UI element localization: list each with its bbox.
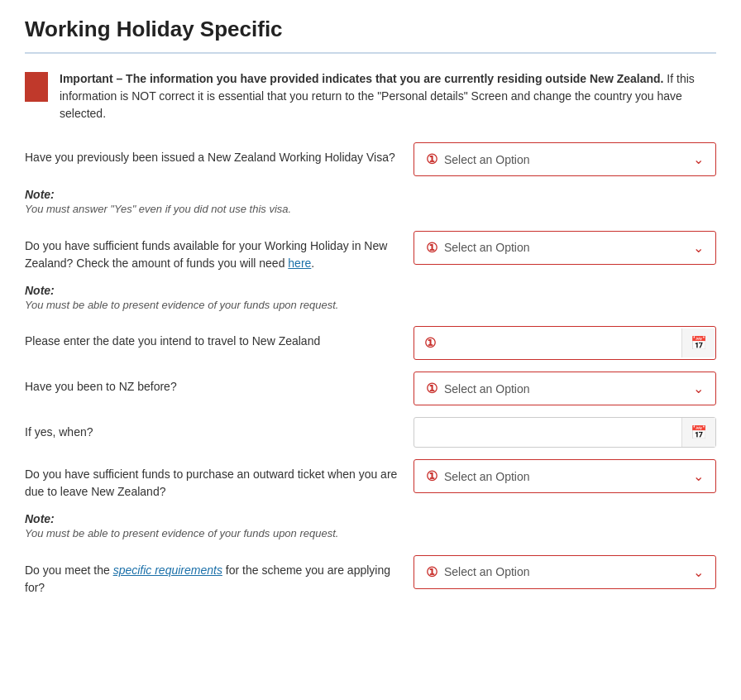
- q1-select-button[interactable]: ① Select an Option ⌄: [414, 142, 716, 176]
- question-row-5: If yes, when? 📅: [25, 417, 716, 448]
- q7-chevron-icon: ⌄: [693, 564, 704, 580]
- q6-chevron-icon: ⌄: [693, 468, 704, 484]
- q6-label: Do you have sufficient funds to purchase…: [25, 459, 405, 501]
- q5-calendar-icon: 📅: [691, 425, 707, 439]
- q2-control: ① Select an Option ⌄: [414, 231, 716, 265]
- q5-label: If yes, when?: [25, 417, 405, 441]
- q7-label: Do you meet the specific requirements fo…: [25, 555, 405, 597]
- q5-calendar-button[interactable]: 📅: [681, 418, 715, 447]
- q6-warning-icon: ①: [426, 468, 437, 484]
- q4-select-wrapper: ① Select an Option ⌄: [414, 372, 716, 405]
- q2-here-link[interactable]: here: [288, 257, 311, 270]
- q4-control: ① Select an Option ⌄: [414, 372, 716, 405]
- q3-date-wrapper: ① 📅: [414, 326, 716, 360]
- q7-select-label: Select an Option: [444, 565, 530, 578]
- question-row-4: Have you been to NZ before? ① Select an …: [25, 372, 716, 405]
- q7-specific-requirements-link[interactable]: specific requirements: [113, 563, 222, 577]
- q4-label: Have you been to NZ before?: [25, 372, 405, 396]
- q2-warning-icon: ①: [426, 240, 437, 256]
- alert-icon: [25, 72, 48, 102]
- q5-input-inner: [414, 424, 681, 441]
- alert-text: Important – The information you have pro…: [60, 70, 716, 122]
- q1-control: ① Select an Option ⌄: [414, 142, 716, 176]
- page-container: Working Holiday Specific Important – The…: [0, 0, 741, 641]
- q2-note-label: Note:: [25, 284, 716, 297]
- q1-chevron-icon: ⌄: [693, 151, 704, 167]
- q1-note-label: Note:: [25, 188, 716, 201]
- q3-calendar-icon: 📅: [691, 336, 707, 350]
- q4-warning-icon: ①: [426, 381, 437, 396]
- q2-select-wrapper: ① Select an Option ⌄: [414, 231, 716, 265]
- question-row-3: Please enter the date you intend to trav…: [25, 326, 716, 360]
- q6-control: ① Select an Option ⌄: [414, 459, 716, 493]
- q3-date-inner: ①: [414, 327, 681, 359]
- q1-warning-icon: ①: [426, 151, 437, 167]
- q6-select-label: Select an Option: [444, 470, 530, 483]
- q3-control: ① 📅: [414, 326, 716, 360]
- q5-input-wrapper: 📅: [414, 417, 716, 448]
- q7-label-before: Do you meet the: [25, 563, 110, 577]
- q5-control: 📅: [414, 417, 716, 448]
- q2-note: Note: You must be able to present eviden…: [25, 284, 716, 314]
- q2-chevron-icon: ⌄: [693, 240, 704, 256]
- q2-select-button[interactable]: ① Select an Option ⌄: [414, 231, 716, 265]
- q4-select-button[interactable]: ① Select an Option ⌄: [414, 372, 716, 405]
- question-row-6: Do you have sufficient funds to purchase…: [25, 459, 716, 501]
- q1-label: Have you previously been issued a New Ze…: [25, 142, 405, 166]
- q4-select-label: Select an Option: [444, 382, 530, 396]
- q3-warning-icon: ①: [424, 335, 436, 351]
- question-row-2: Do you have sufficient funds available f…: [25, 231, 716, 272]
- q3-label: Please enter the date you intend to trav…: [25, 326, 405, 350]
- q3-calendar-button[interactable]: 📅: [681, 328, 715, 357]
- q2-select-label: Select an Option: [444, 241, 530, 254]
- q7-select-button[interactable]: ① Select an Option ⌄: [414, 555, 716, 589]
- q7-control: ① Select an Option ⌄: [414, 555, 716, 589]
- q1-select-wrapper: ① Select an Option ⌄: [414, 142, 716, 176]
- q4-chevron-icon: ⌄: [693, 381, 704, 396]
- alert-box: Important – The information you have pro…: [25, 70, 716, 122]
- q2-label: Do you have sufficient funds available f…: [25, 231, 405, 272]
- q7-select-wrapper: ① Select an Option ⌄: [414, 555, 716, 589]
- question-row-1: Have you previously been issued a New Ze…: [25, 142, 716, 176]
- q1-note-text: You must answer "Yes" even if you did no…: [25, 201, 716, 218]
- q6-note-text: You must be able to present evidence of …: [25, 525, 716, 542]
- question-row-7: Do you meet the specific requirements fo…: [25, 555, 716, 597]
- q1-note: Note: You must answer "Yes" even if you …: [25, 188, 716, 218]
- q6-select-button[interactable]: ① Select an Option ⌄: [414, 459, 716, 493]
- q1-select-label: Select an Option: [444, 153, 530, 166]
- q6-note: Note: You must be able to present eviden…: [25, 512, 716, 542]
- q7-warning-icon: ①: [426, 564, 437, 580]
- q6-select-wrapper: ① Select an Option ⌄: [414, 459, 716, 493]
- page-title: Working Holiday Specific: [25, 17, 716, 54]
- q6-note-label: Note:: [25, 512, 716, 525]
- alert-bold-text: Important – The information you have pro…: [60, 72, 663, 85]
- q2-note-text: You must be able to present evidence of …: [25, 297, 716, 314]
